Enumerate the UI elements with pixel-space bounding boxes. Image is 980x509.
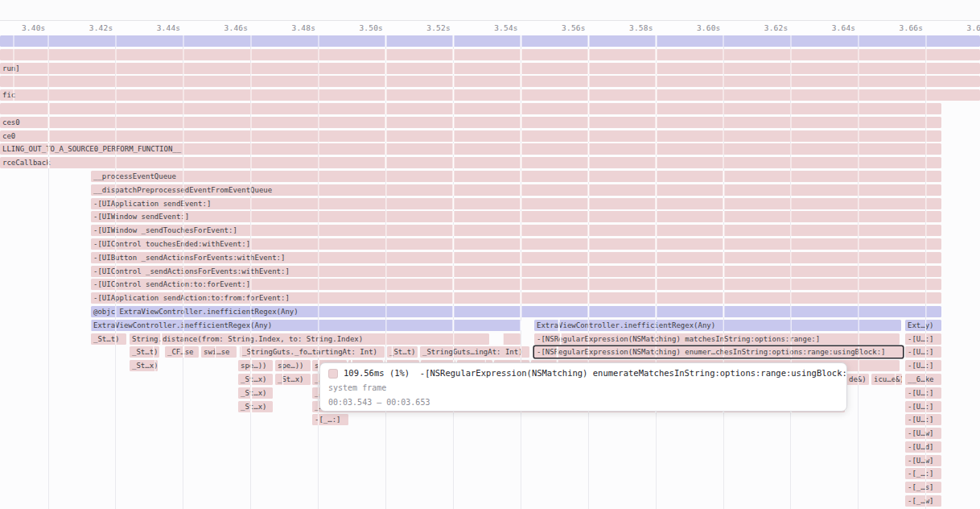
flame-cell[interactable]: -[U…:] [905,333,941,345]
flame-cell[interactable]: -[U…d] [905,441,941,453]
flame-cell-label: ExtraViewController.inefficientRegex(Any… [91,320,521,331]
flame-cell-label: icu…e&) [871,374,902,385]
time-tick-label: 3.54s [470,23,518,33]
flame-cell[interactable] [503,333,521,345]
time-tick-label: 3.68s [942,23,980,33]
flame-cell-label: ExtraViewController.inefficientRegex(Any… [534,320,901,331]
flame-cell[interactable]: spe…)) [275,360,311,371]
flame-cell-label: -[NSRegularExpression(NSMatching) enumer… [534,346,903,358]
flame-cell[interactable]: -[_…s] [905,482,941,493]
flame-cell[interactable]: ces0 [0,117,941,128]
tooltip: 109.56ms (1%) -[NSRegularExpression(NSMa… [319,362,847,412]
flame-cell[interactable] [0,76,980,87]
flame-cell-label: -[U…:] [905,360,941,371]
flame-cell[interactable]: -[_…w] [905,495,941,507]
tooltip-title: 109.56ms (1%) -[NSRegularExpression(NSMa… [344,368,847,379]
time-tick-label: 3.48s [267,23,315,33]
flame-cell-label: LLING_OUT_TO_A_SOURCE0_PERFORM_FUNCTION_… [0,143,941,155]
flame-cell[interactable]: fic [0,89,980,101]
flame-cell-label: -[UIApplication sendAction:to:from:forEv… [91,292,941,304]
flame-cell[interactable]: @objc ExtraViewController.inefficientReg… [91,306,941,317]
gridline-overlay [0,35,980,47]
flame-cell[interactable]: _St…x) [238,401,273,412]
flame-cell[interactable]: -[UIApplication sendEvent:] [91,198,941,209]
flame-cell[interactable] [0,49,980,60]
flame-cell[interactable]: __6…ke [905,374,941,385]
flame-cell[interactable]: swi…se [201,346,237,358]
flame-cell-label: _St…x) [275,374,311,385]
flame-cell[interactable]: -[UIButton _sendActionsForEvents:withEve… [91,252,941,263]
flame-cell-label: -[U…:] [905,387,941,399]
flame-cell[interactable]: __dispatchPreprocessedEventFromEventQueu… [91,184,941,196]
flame-cell[interactable]: -[UIControl _sendActionsForEvents:withEv… [91,266,941,277]
flame-cell[interactable]: icu…e&) [871,374,902,385]
color-swatch-icon [328,369,338,379]
flame-cell[interactable]: -[UIWindow _sendTouchesForEvent:] [91,225,941,236]
flame-cell[interactable]: ce0 [0,130,941,142]
flame-cell[interactable]: -[_…:] [312,414,348,425]
flame-cell-label: -[UIButton _sendActionsForEvents:withEve… [91,252,941,263]
flame-cell[interactable]: _St…t) [387,346,418,358]
timeline-ruler[interactable]: 3.40s3.42s3.44s3.46s3.48s3.50s3.52s3.54s… [0,21,980,35]
flame-cell[interactable]: ExtraViewController.inefficientRegex(Any… [91,320,521,331]
flame-cell[interactable]: _St…x) [238,387,273,399]
flame-cell[interactable]: -[U…w] [905,455,941,466]
flame-cell[interactable]: _St…t) [130,346,159,358]
flame-chart: 3.40s3.42s3.44s3.46s3.48s3.50s3.52s3.54s… [0,0,980,509]
flame-cell-label: _CF…se [165,346,199,358]
header-strip [0,0,980,21]
flame-cell[interactable]: -[U…:] [905,360,941,371]
flame-cell[interactable]: _St…t) [91,333,126,345]
flame-cell-label: _StringGuts…ingAt: Int) [420,346,529,358]
time-tick-label: 3.50s [335,23,383,33]
flame-cell[interactable]: _StringGuts._fo…tartingAt: Int) [240,346,385,358]
flame-cell[interactable]: LLING_OUT_TO_A_SOURCE0_PERFORM_FUNCTION_… [0,143,941,155]
time-tick-label: 3.42s [64,23,113,33]
flame-cell-selected[interactable]: -[NSRegularExpression(NSMatching) enumer… [534,346,903,358]
gridline-overlay [503,333,521,345]
time-tick-label: 3.62s [739,23,788,33]
flame-cell-label: -[U…:] [905,401,941,412]
flame-cell[interactable]: -[U…:] [905,401,941,412]
flame-cell[interactable]: _St…x) [130,360,158,371]
flame-cell[interactable]: rceCallback [0,157,941,168]
flame-cell[interactable]: ExtraViewController.inefficientRegex(Any… [534,320,901,331]
flame-cell-label: -[U…:] [905,333,941,345]
flame-cell[interactable]: spe…)) [238,360,273,371]
flame-cell[interactable]: -[_…:] [905,468,941,479]
flame-cell[interactable] [0,103,941,114]
flame-cell[interactable]: _StringGuts…ingAt: Int) [420,346,529,358]
flame-cell[interactable]: -[UIControl sendAction:to:forEvent:] [91,279,941,290]
flame-cell[interactable]: de&) [846,374,869,385]
flame-cell[interactable] [0,35,980,47]
flame-cell[interactable]: run] [0,63,980,74]
flame-cell-label: -[_…:] [905,468,941,479]
flame-cell-label: -[_…w] [905,495,941,507]
flame-cell[interactable]: _CF…se [165,346,199,358]
flame-cell-label: -[U…:] [905,414,941,425]
flame-cell-label: String.distance(from: String.Index, to: … [130,333,489,345]
flame-cell[interactable]: __processEventQueue [91,171,941,182]
flame-cell[interactable]: -[U…:] [905,387,941,399]
flame-cell[interactable]: -[NSRegularExpression(NSMatching) matche… [534,333,900,345]
tooltip-header: 109.56ms (1%) -[NSRegularExpression(NSMa… [328,368,838,379]
time-tick-label: 3.44s [132,23,180,33]
flame-cell[interactable]: -[U…:] [905,414,941,425]
flame-cell-label: -[U…w] [905,455,941,466]
flame-cell[interactable]: -[UIWindow sendEvent:] [91,211,941,222]
flame-cell[interactable]: Ext…y) [905,320,941,331]
flame-cell[interactable]: -[U…w] [905,428,941,439]
flame-cell[interactable]: String.distance(from: String.Index, to: … [130,333,489,345]
flame-cell[interactable]: -[UIApplication sendAction:to:from:forEv… [91,292,941,304]
time-tick-label: 3.60s [673,23,721,33]
flame-cell-label: -[U…w] [905,428,941,439]
time-tick-label: 3.64s [807,23,855,33]
flame-cell[interactable]: _St…x) [238,374,273,385]
time-tick-label: 3.46s [200,23,248,33]
time-tick-label: 3.58s [605,23,653,33]
flame-cell-label: -[UIControl touchesEnded:withEvent:] [91,238,941,250]
flame-cell[interactable]: -[U…:] [905,346,941,358]
time-tick-label: 3.66s [875,23,923,33]
flame-cell[interactable]: -[UIControl touchesEnded:withEvent:] [91,238,941,250]
flame-cell[interactable]: _St…x) [275,374,311,385]
